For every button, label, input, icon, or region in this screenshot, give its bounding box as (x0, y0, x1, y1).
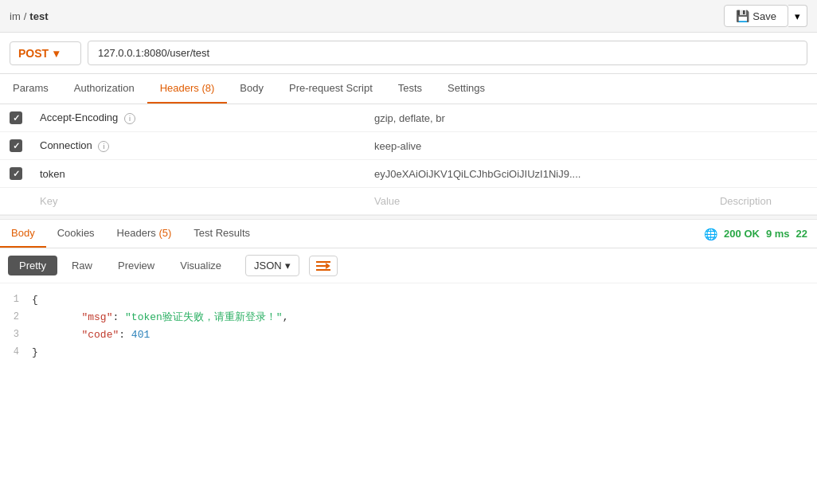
info-icon-1[interactable]: i (98, 141, 109, 152)
brace-open: { (32, 294, 38, 306)
request-tabs: Params Authorization Headers (8) Body Pr… (0, 74, 817, 104)
headers-table: Accept-Encoding i gzip, deflate, br Conn… (0, 104, 817, 215)
resp-tab-testresults[interactable]: Test Results (182, 220, 261, 248)
table-row-empty: Key Value Description (0, 188, 817, 215)
wrap-button[interactable] (309, 256, 338, 276)
brace-close: } (32, 346, 38, 358)
code-line-4: 4 } (0, 344, 817, 361)
line-number-2: 2 (0, 309, 32, 326)
breadcrumb-parent: im (10, 10, 21, 22)
tab-tests[interactable]: Tests (385, 74, 435, 104)
code-msg-value: "token验证失败，请重新登录！" (125, 311, 283, 323)
tab-authorization[interactable]: Authorization (61, 74, 147, 104)
code-msg-key: "msg" (81, 311, 112, 323)
tab-headers[interactable]: Headers (8) (147, 74, 228, 104)
resp-tab-body[interactable]: Body (0, 220, 46, 248)
status-badge: 200 OK (724, 228, 760, 240)
header-key-2: token (40, 168, 65, 180)
key-placeholder: Key (40, 195, 57, 207)
method-arrow-icon: ▾ (53, 47, 59, 60)
header-checkbox-1[interactable] (10, 139, 22, 152)
url-input[interactable] (88, 41, 807, 65)
header-key-0: Accept-Encoding (40, 111, 118, 123)
code-code-key: "code" (81, 329, 119, 341)
code-line-2: 2 "msg": "token验证失败，请重新登录！", (0, 309, 817, 326)
method-label: POST (18, 47, 49, 60)
desc-placeholder: Description (720, 195, 772, 207)
view-tab-raw[interactable]: Raw (61, 256, 104, 275)
header-value-0: gzip, deflate, br (374, 112, 445, 124)
header-checkbox-0[interactable] (10, 111, 22, 124)
format-select[interactable]: JSON ▾ (245, 255, 299, 276)
view-tabs: Pretty Raw Preview Visualize JSON ▾ (0, 248, 817, 283)
header-key-1: Connection (40, 139, 92, 151)
table-row: token eyJ0eXAiOiJKV1QiLCJhbGciOiJIUzI1Ni… (0, 160, 817, 188)
format-label: JSON (254, 260, 282, 272)
breadcrumb-sep: / (24, 10, 27, 22)
view-tab-preview[interactable]: Preview (107, 256, 166, 275)
tab-body[interactable]: Body (227, 74, 276, 104)
format-arrow-icon: ▾ (285, 260, 291, 272)
save-dropdown-button[interactable]: ▾ (788, 5, 807, 27)
code-line-3: 3 "code": 401 (0, 326, 817, 344)
response-status: 🌐 200 OK 9 ms 22 (704, 228, 817, 240)
url-bar: POST ▾ (0, 33, 817, 74)
resp-tab-cookies[interactable]: Cookies (46, 220, 106, 248)
top-bar: im / test 💾 Save ▾ (0, 0, 817, 33)
line-number-4: 4 (0, 344, 32, 361)
code-code-value: 401 (131, 329, 150, 341)
code-line-1: 1 { (0, 291, 817, 309)
view-tab-pretty[interactable]: Pretty (8, 256, 57, 275)
view-tab-visualize[interactable]: Visualize (169, 256, 233, 275)
response-time: 9 ms (766, 228, 790, 240)
line-number-3: 3 (0, 326, 32, 344)
header-value-2: eyJ0eXAiOiJKV1QiLCJhbGciOiJIUzI1NiJ9.... (374, 168, 580, 180)
header-checkbox-2[interactable] (10, 167, 22, 180)
table-row: Connection i keep-alive (0, 132, 817, 160)
resp-tab-headers[interactable]: Headers (5) (106, 220, 183, 248)
chevron-down-icon: ▾ (795, 10, 800, 22)
response-size: 22 (796, 228, 807, 240)
info-icon-0[interactable]: i (124, 113, 135, 124)
line-number-1: 1 (0, 291, 32, 309)
save-icon: 💾 (736, 10, 749, 22)
headers-section: Accept-Encoding i gzip, deflate, br Conn… (0, 104, 817, 215)
globe-icon[interactable]: 🌐 (704, 228, 717, 240)
tab-prerequest[interactable]: Pre-request Script (276, 74, 385, 104)
response-code-area: 1 { 2 "msg": "token验证失败，请重新登录！", 3 "code… (0, 283, 817, 369)
tab-settings[interactable]: Settings (435, 74, 498, 104)
breadcrumb-current: test (29, 10, 48, 22)
value-placeholder: Value (374, 195, 400, 207)
response-tabs: Body Cookies Headers (5) Test Results 🌐 … (0, 220, 817, 248)
save-button[interactable]: 💾 Save (724, 5, 788, 27)
table-row: Accept-Encoding i gzip, deflate, br (0, 104, 817, 132)
save-label: Save (752, 10, 776, 22)
breadcrumb: im / test (10, 10, 48, 22)
header-value-1: keep-alive (374, 140, 421, 152)
method-select[interactable]: POST ▾ (10, 41, 81, 65)
tab-params[interactable]: Params (0, 74, 61, 104)
